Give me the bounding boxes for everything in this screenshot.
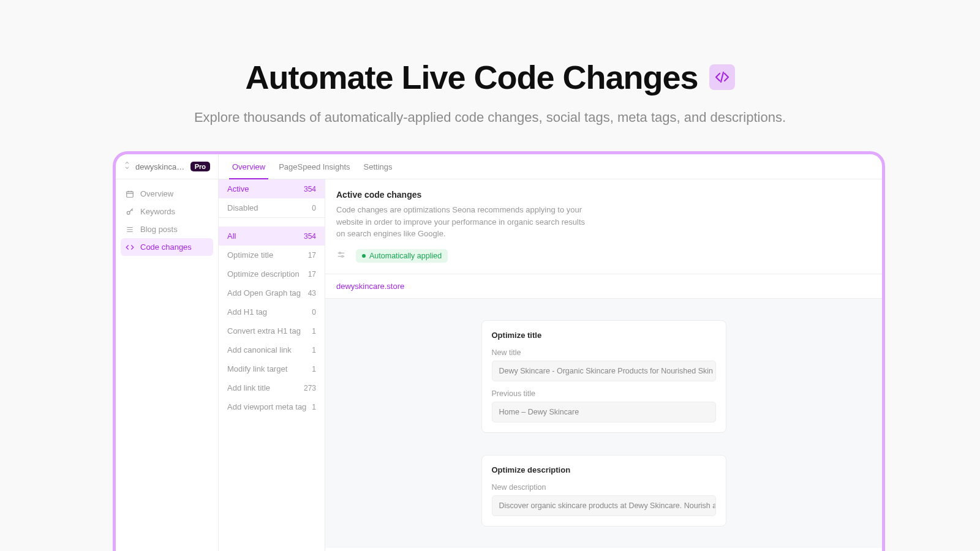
filter-count: 0 — [312, 308, 316, 317]
nav-blog-posts[interactable]: Blog posts — [121, 220, 213, 238]
svg-point-12 — [339, 252, 341, 254]
filter-add-open-graph-tag[interactable]: Add Open Graph tag43 — [219, 283, 325, 302]
filter-optimize-description[interactable]: Optimize description17 — [219, 264, 325, 283]
nav-label: Keywords — [140, 207, 175, 216]
sliders-icon[interactable] — [336, 250, 346, 262]
pro-badge: Pro — [190, 162, 210, 171]
filter-count: 354 — [304, 185, 316, 193]
list-icon — [126, 225, 134, 234]
filter-count: 1 — [312, 403, 316, 411]
svg-point-14 — [342, 255, 344, 257]
site-name: dewyskincare.st… — [135, 162, 186, 171]
auto-applied-chip: Automatically applied — [356, 249, 448, 263]
filter-count: 273 — [304, 384, 316, 392]
nav-keywords[interactable]: Keywords — [121, 203, 213, 220]
code-slash-icon — [709, 64, 735, 90]
nav-code-changes[interactable]: Code changes — [121, 238, 213, 256]
filter-add-viewport-meta-tag[interactable]: Add viewport meta tag1 — [219, 397, 325, 416]
filter-add-canonical-link[interactable]: Add canonical link1 — [219, 340, 325, 359]
svg-point-5 — [127, 211, 130, 214]
nav-overview[interactable]: Overview — [121, 185, 213, 203]
filter-count: 354 — [304, 232, 316, 241]
svg-line-7 — [132, 209, 133, 211]
svg-rect-1 — [127, 191, 134, 197]
filter-label: Add viewport meta tag — [227, 402, 306, 411]
section-title: Active code changes — [336, 190, 871, 200]
field-value: Home – Dewy Skincare — [492, 402, 716, 422]
filter-label: Add canonical link — [227, 345, 292, 354]
filter-count: 1 — [312, 365, 316, 373]
filter-label: Add Open Graph tag — [227, 288, 301, 298]
status-dot-icon — [362, 254, 366, 258]
filter-label: Modify link target — [227, 364, 287, 373]
field-value: Discover organic skincare products at De… — [492, 495, 716, 516]
nav-label: Blog posts — [140, 225, 178, 234]
filter-convert-extra-h1-tag[interactable]: Convert extra H1 tag1 — [219, 321, 325, 340]
filter-label: Convert extra H1 tag — [227, 326, 301, 335]
filter-add-link-title[interactable]: Add link title273 — [219, 378, 325, 397]
filter-disabled[interactable]: Disabled0 — [219, 198, 325, 217]
filter-label: Add link title — [227, 383, 270, 392]
nav-label: Code changes — [140, 242, 192, 252]
filter-count: 0 — [312, 204, 316, 212]
filter-label: Optimize description — [227, 269, 300, 279]
filter-count: 1 — [312, 327, 316, 335]
filter-active[interactable]: Active354 — [219, 179, 325, 198]
filter-label: Active — [227, 184, 249, 193]
filter-all[interactable]: All354 — [219, 227, 325, 246]
calendar-icon — [126, 190, 134, 198]
tab-settings[interactable]: Settings — [361, 154, 396, 179]
filter-label: Optimize title — [227, 250, 273, 260]
nav-label: Overview — [140, 189, 173, 198]
key-icon — [126, 208, 134, 216]
field-label: New description — [492, 483, 716, 492]
filter-count: 17 — [308, 270, 316, 279]
filter-optimize-title[interactable]: Optimize title17 — [219, 246, 325, 264]
change-card: Optimize descriptionNew descriptionDisco… — [481, 455, 726, 527]
url-link[interactable]: dewyskincare.store — [325, 274, 882, 299]
filter-count: 1 — [312, 346, 316, 354]
hero-subtitle: Explore thousands of automatically-appli… — [0, 110, 980, 126]
filter-add-h1-tag[interactable]: Add H1 tag0 — [219, 302, 325, 321]
filter-label: Disabled — [227, 203, 258, 212]
field-label: Previous title — [492, 389, 716, 398]
card-title: Optimize description — [492, 465, 716, 474]
field-label: New title — [492, 348, 716, 357]
filter-count: 17 — [308, 251, 316, 260]
field-value: Dewy Skincare - Organic Skincare Product… — [492, 361, 716, 381]
site-selector[interactable]: dewyskincare.st… Pro — [116, 154, 219, 179]
app-window: dewyskincare.st… Pro OverviewPageSpeed I… — [113, 151, 885, 551]
section-description: Code changes are optimizations Seona rec… — [336, 204, 594, 240]
hero-title: Automate Live Code Changes — [245, 58, 698, 96]
filter-label: All — [227, 231, 236, 241]
filter-label: Add H1 tag — [227, 307, 267, 317]
change-card: Optimize titleNew titleDewy Skincare - O… — [481, 320, 726, 433]
tab-overview[interactable]: Overview — [229, 154, 268, 179]
auto-applied-label: Automatically applied — [369, 252, 442, 260]
chevron-up-down-icon — [124, 161, 130, 172]
filter-modify-link-target[interactable]: Modify link target1 — [219, 359, 325, 378]
tab-pagespeed-insights[interactable]: PageSpeed Insights — [276, 154, 353, 179]
card-title: Optimize title — [492, 331, 716, 340]
code-icon — [126, 243, 134, 252]
filter-count: 43 — [308, 289, 316, 298]
svg-line-0 — [721, 72, 723, 82]
